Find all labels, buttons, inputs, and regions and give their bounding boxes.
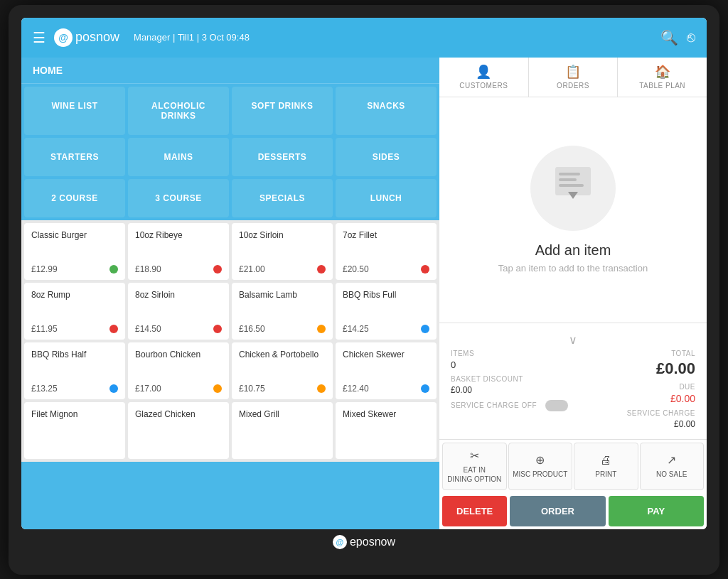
product-card-chicken-portobello[interactable]: Chicken & Portobello£10.75: [232, 342, 333, 399]
category-btn-desserts[interactable]: DESSERTS: [232, 138, 333, 176]
product-status-dot: [421, 384, 429, 393]
add-item-title: Add an item: [535, 242, 611, 259]
no-sale-icon: ↗: [667, 453, 676, 467]
category-btn-snacks[interactable]: SNACKS: [336, 87, 437, 135]
svg-rect-3: [559, 184, 584, 187]
product-status-dot: [213, 265, 222, 274]
category-btn-3-course[interactable]: 3 COURSE: [128, 179, 229, 217]
action-buttons: ✂EAT IN DINING OPTION⊕MISC PRODUCT🖨PRINT…: [439, 439, 707, 493]
tab-table-plan[interactable]: 🏠TABLE PLAN: [618, 58, 707, 97]
product-card-glazed-chicken[interactable]: Glazed Chicken: [128, 402, 229, 459]
category-btn-2-course[interactable]: 2 COURSE: [24, 179, 125, 217]
tab-label: ORDERS: [557, 82, 589, 90]
tab-label: CUSTOMERS: [459, 82, 508, 90]
product-status-dot: [109, 325, 118, 333]
category-btn-sides[interactable]: SIDES: [336, 138, 437, 176]
product-name: 10oz Sirloin: [239, 230, 326, 242]
home-bar[interactable]: HOME: [21, 58, 439, 84]
product-name: Classic Burger: [31, 230, 118, 242]
product-status-dot: [213, 384, 222, 393]
product-price: £14.25: [343, 324, 369, 334]
product-price: £10.75: [239, 384, 265, 394]
product-card-mixed-grill[interactable]: Mixed Grill: [232, 402, 333, 459]
product-card-bbq-ribs-full[interactable]: BBQ Ribs Full£14.25: [336, 283, 437, 340]
category-btn-alcoholic-drinks[interactable]: ALCOHOLIC DRINKS: [128, 87, 229, 135]
service-charge-right-value: £0.00: [674, 419, 695, 429]
action-btn-misc-product[interactable]: ⊕MISC PRODUCT: [508, 443, 573, 490]
product-card-bbq-ribs-half[interactable]: BBQ Ribs Half£13.25: [24, 342, 125, 399]
product-status-dot: [213, 325, 222, 333]
service-charge-toggle[interactable]: [545, 400, 568, 411]
product-card-8oz-rump[interactable]: 8oz Rump£11.95: [24, 283, 125, 340]
product-card-8oz-sirloin[interactable]: 8oz Sirloin£14.50: [128, 283, 229, 340]
product-price: £16.50: [239, 324, 265, 334]
action-btn-print[interactable]: 🖨PRINT: [574, 443, 638, 490]
footer-logo-letter: @: [336, 538, 344, 546]
tab-orders[interactable]: 📋ORDERS: [529, 58, 619, 97]
action-btn-eat-in[interactable]: ✂EAT IN DINING OPTION: [442, 443, 507, 490]
category-btn-soft-drinks[interactable]: SOFT DRINKS: [232, 87, 333, 135]
action-btn-label: NO SALE: [656, 470, 687, 479]
right-top-tabs: 👤CUSTOMERS📋ORDERS🏠TABLE PLAN: [439, 58, 707, 97]
product-name: Balsamic Lamb: [239, 290, 326, 301]
delete-button[interactable]: DELETE: [442, 496, 507, 526]
product-status-dot: [421, 265, 429, 274]
basket-discount-value: £0.00: [451, 385, 568, 395]
category-btn-starters[interactable]: STARTERS: [24, 138, 125, 176]
product-price: £18.90: [135, 264, 161, 274]
service-charge-label: SERVICE CHARGE OFF: [451, 401, 537, 409]
product-card-10oz-ribeye[interactable]: 10oz Ribeye£18.90: [128, 223, 229, 280]
category-btn-lunch[interactable]: LUNCH: [336, 179, 437, 217]
brand: @ posnow: [54, 28, 119, 47]
brand-logo: @: [54, 28, 73, 47]
category-btn-mains[interactable]: MAINS: [128, 138, 229, 176]
main-content: HOME WINE LISTALCOHOLIC DRINKSSOFT DRINK…: [21, 58, 707, 529]
product-name: BBQ Ribs Full: [343, 290, 429, 301]
order-button[interactable]: ORDER: [510, 496, 605, 526]
product-card-10oz-sirloin[interactable]: 10oz Sirloin£21.00: [232, 223, 333, 280]
product-card-bourbon-chicken[interactable]: Bourbon Chicken£17.00: [128, 342, 229, 399]
product-name: 10oz Ribeye: [135, 230, 222, 242]
order-summary: ∨ ITEMS 0 BASKET DISCOUNT £0.00 SERVICE …: [439, 323, 707, 439]
product-card-chicken-skewer[interactable]: Chicken Skewer£12.40: [336, 342, 437, 399]
product-card-mixed-skewer[interactable]: Mixed Skewer: [336, 402, 437, 459]
product-price: £11.95: [31, 324, 58, 334]
action-btn-label: PRINT: [595, 470, 616, 479]
product-card-filet-mignon[interactable]: Filet Mignon: [24, 402, 125, 459]
top-bar: ☰ @ posnow Manager | Till1 | 3 Oct 09:48…: [21, 18, 707, 58]
logout-icon[interactable]: ⎋: [687, 29, 695, 45]
chevron-icon[interactable]: ∨: [451, 330, 695, 350]
product-name: Mixed Grill: [239, 409, 326, 421]
total-value: £0.00: [656, 359, 695, 378]
product-name: 8oz Sirloin: [135, 290, 222, 301]
product-card-7oz-fillet[interactable]: 7oz Fillet£20.50: [336, 223, 437, 280]
brand-name: posnow: [75, 30, 119, 45]
left-panel: HOME WINE LISTALCOHOLIC DRINKSSOFT DRINK…: [21, 58, 439, 529]
session-info: Manager | Till1 | 3 Oct 09:48: [134, 32, 250, 43]
category-btn-wine-list[interactable]: WINE LIST: [24, 87, 125, 135]
tab-label: TABLE PLAN: [639, 82, 685, 90]
footer-brand-text: eposnow: [350, 536, 395, 548]
pay-button[interactable]: PAY: [609, 496, 704, 526]
monitor: ☰ @ posnow Manager | Till1 | 3 Oct 09:48…: [9, 5, 719, 575]
customers-icon: 👤: [476, 64, 491, 80]
category-grid: WINE LISTALCOHOLIC DRINKSSOFT DRINKSSNAC…: [21, 84, 439, 220]
product-status-dot: [109, 384, 118, 393]
product-card-classic-burger[interactable]: Classic Burger£12.99: [24, 223, 125, 280]
action-btn-no-sale[interactable]: ↗NO SALE: [640, 443, 705, 490]
category-btn-specials[interactable]: SPECIALS: [232, 179, 333, 217]
search-icon[interactable]: 🔍: [660, 29, 678, 46]
misc-product-icon: ⊕: [535, 453, 545, 467]
svg-rect-2: [559, 178, 577, 181]
product-status-dot: [317, 265, 326, 274]
brand-logo-letter: @: [58, 32, 68, 43]
hamburger-icon[interactable]: ☰: [33, 29, 46, 46]
add-item-area: Add an item Tap an item to add to the tr…: [439, 97, 707, 323]
action-btn-label: EAT IN DINING OPTION: [447, 465, 501, 484]
product-name: Chicken Skewer: [343, 350, 429, 361]
product-card-balsamic-lamb[interactable]: Balsamic Lamb£16.50: [232, 283, 333, 340]
product-status-dot: [317, 325, 326, 333]
tab-customers[interactable]: 👤CUSTOMERS: [439, 58, 529, 97]
product-price: £17.00: [135, 384, 161, 394]
product-name: BBQ Ribs Half: [31, 350, 118, 361]
